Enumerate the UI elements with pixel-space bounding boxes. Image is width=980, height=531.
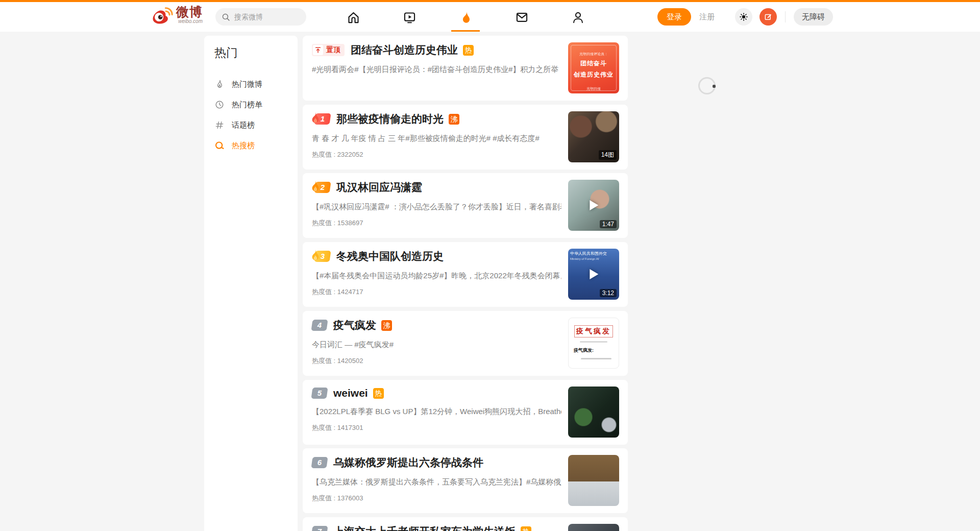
hot-item-card[interactable]: 6 乌媒称俄罗斯提出六条停战条件 【乌克兰媒体：俄罗斯提出六条条件，五条要写入乌… <box>303 448 628 513</box>
hot-tag: 热 <box>521 526 531 531</box>
sidebar-item-label: 热门榜单 <box>232 100 262 110</box>
hot-item-title[interactable]: 巩汉林回应冯潇霆 <box>336 180 422 195</box>
caption-en: Ministry of Foreign Af <box>570 257 617 261</box>
rank-badge: 2 <box>312 182 330 193</box>
sidebar-item-hot-search[interactable]: 热搜榜 <box>214 135 287 156</box>
hot-item-card[interactable]: 7 上海交大上千老师开私家车为学生送饭 热 <box>303 517 628 531</box>
nav-home[interactable] <box>342 6 364 29</box>
hot-item-thumbnail[interactable]: 1:47 <box>568 180 619 231</box>
hot-item-thumbnail[interactable]: 光明日报评论员： 团结奋斗 创造历史伟业 光明日报 <box>568 42 619 93</box>
rank-number: 6 <box>312 457 327 468</box>
poster-line: 团结奋斗 <box>568 59 619 68</box>
navbar-right-controls: 登录 注册 无障碍 <box>657 8 833 26</box>
brand-text: 微博 weibo.com <box>176 6 203 26</box>
hot-item-title[interactable]: 上海交大上千老师开私家车为学生送饭 <box>333 524 516 531</box>
rank-badge: 1 <box>312 113 330 125</box>
sidebar-item-label: 话题榜 <box>232 120 255 130</box>
login-button[interactable]: 登录 <box>657 8 691 26</box>
rank-number: 5 <box>312 388 327 399</box>
hot-item-thumbnail[interactable] <box>568 455 619 506</box>
caption-cn: 中华人民共和国外交 <box>570 251 617 257</box>
heat-value: 热度值 : 1538697 <box>312 219 561 228</box>
hot-item-title[interactable]: 疫气疯发 <box>333 318 376 332</box>
boiling-tag: 沸 <box>381 320 392 331</box>
sun-icon <box>739 12 748 21</box>
heat-number: 1376003 <box>337 494 363 502</box>
hot-item-card[interactable]: 置顶 团结奋斗创造历史伟业 热 #光明看两会#【光明日报评论员：#团结奋斗创造历… <box>303 36 628 101</box>
heat-number: 1420502 <box>337 357 363 365</box>
brand-name: 微博 <box>176 6 203 18</box>
compose-button[interactable] <box>760 8 777 26</box>
sidebar-title: 热门 <box>214 45 287 61</box>
hot-item-summary: 【#巩汉林回应冯潇霆# ：演小品怎么丢脸了？你才丢脸】近日，著名喜剧表… <box>312 202 561 212</box>
sidebar-item-label: 热搜榜 <box>232 141 255 151</box>
poster-line: 创造历史伟业 <box>568 70 619 79</box>
nav-video[interactable] <box>398 6 421 29</box>
search-icon <box>222 13 230 21</box>
thumbnail-caption: 中华人民共和国外交 Ministry of Foreign Af <box>568 249 619 261</box>
rank-badge: 6 <box>312 457 327 468</box>
hot-item-thumbnail[interactable] <box>568 524 619 531</box>
heat-value: 热度值 : 1424717 <box>312 287 561 297</box>
hot-item-card[interactable]: 1 那些被疫情偷走的时光 沸 青 春 才 几 年疫 情 占 三 年#那些被疫情偷… <box>303 105 628 170</box>
heat-label: 热度值 : <box>312 494 337 502</box>
divider <box>785 11 786 22</box>
sidebar-item-hot-weibo[interactable]: 热门微博 <box>214 74 287 94</box>
hot-item-thumbnail[interactable]: 中华人民共和国外交 Ministry of Foreign Af 3:12 <box>568 249 619 300</box>
heat-number: 1417301 <box>337 424 363 431</box>
pinned-badge: 置顶 <box>312 44 345 56</box>
nav-profile[interactable] <box>567 6 589 29</box>
play-icon <box>590 200 598 210</box>
rank-number: 7 <box>312 526 327 531</box>
heat-value: 热度值 : 1376003 <box>312 494 561 503</box>
poster-kicker: 光明日报评论员： <box>568 52 619 57</box>
hot-item-title[interactable]: 那些被疫情偷走的时光 <box>336 112 444 126</box>
sidebar-menu: 热门微博 热门榜单 话题榜 热搜榜 <box>214 74 287 156</box>
nav-messages[interactable] <box>510 6 533 29</box>
heat-label: 热度值 : <box>312 357 337 365</box>
hot-item-title[interactable]: 团结奋斗创造历史伟业 <box>351 43 458 57</box>
top-accent-bar <box>0 0 980 2</box>
hot-item-card[interactable]: 4 疫气疯发 沸 今日词汇 — #疫气疯发# 热度值 : 1420502 疫气疯… <box>303 311 628 376</box>
hot-item-card[interactable]: 3 冬残奥中国队创造历史 【#本届冬残奥会中国运动员均龄25岁#】昨晚，北京20… <box>303 242 628 307</box>
flame-icon <box>214 79 225 89</box>
clock-icon <box>214 100 225 110</box>
hot-item-title[interactable]: weiwei <box>333 387 368 399</box>
hash-icon <box>214 120 225 130</box>
accessibility-button[interactable]: 无障碍 <box>794 8 833 26</box>
sidebar-item-hot-ranking[interactable]: 热门榜单 <box>214 94 287 115</box>
hot-item-thumbnail[interactable] <box>568 387 619 438</box>
search-input[interactable] <box>234 13 296 21</box>
decorative-text-bar <box>581 358 611 359</box>
nav-hot[interactable] <box>454 6 477 29</box>
hot-item-title[interactable]: 乌媒称俄罗斯提出六条停战条件 <box>333 455 483 470</box>
rank-badge: 4 <box>312 320 327 331</box>
hot-item-thumbnail[interactable]: 疫气疯发 疫气疯发: <box>568 318 619 369</box>
theme-toggle-button[interactable] <box>735 8 752 26</box>
weibo-logo[interactable]: 微博 weibo.com <box>151 6 203 26</box>
mail-icon <box>515 11 529 25</box>
user-icon <box>571 11 585 25</box>
rank-number: 3 <box>315 251 330 262</box>
register-link[interactable]: 注册 <box>699 12 715 22</box>
hot-item-summary: 今日词汇 — #疫气疯发# <box>312 340 561 350</box>
sidebar: 热门 热门微博 热门榜单 话题榜 <box>204 36 298 531</box>
sidebar-item-topic-ranking[interactable]: 话题榜 <box>214 115 287 135</box>
home-icon <box>347 11 360 25</box>
hot-item-thumbnail[interactable]: 14图 <box>568 111 619 162</box>
hot-item-title[interactable]: 冬残奥中国队创造历史 <box>336 249 444 263</box>
hot-item-summary: 【乌克兰媒体：俄罗斯提出六条条件，五条要写入乌克兰宪法】#乌媒称俄罗… <box>312 477 561 487</box>
rank-number: 2 <box>315 182 330 193</box>
heat-number: 1424717 <box>337 288 363 296</box>
brand-domain: weibo.com <box>176 19 203 24</box>
photo-count-badge: 14图 <box>599 150 617 160</box>
heat-value: 热度值 : 1417301 <box>312 423 561 432</box>
hot-tag: 热 <box>463 45 474 56</box>
hot-item-card[interactable]: 5 weiwei 热 【2022LPL春季赛 BLG vs UP】第12分钟，W… <box>303 380 628 445</box>
heat-label: 热度值 : <box>312 424 337 431</box>
search-box[interactable] <box>215 8 306 26</box>
heat-value: 热度值 : 1420502 <box>312 356 561 366</box>
hot-item-card[interactable]: 2 巩汉林回应冯潇霆 【#巩汉林回应冯潇霆# ：演小品怎么丢脸了？你才丢脸】近日… <box>303 173 628 238</box>
video-duration: 3:12 <box>600 289 617 297</box>
video-duration: 1:47 <box>600 220 617 228</box>
